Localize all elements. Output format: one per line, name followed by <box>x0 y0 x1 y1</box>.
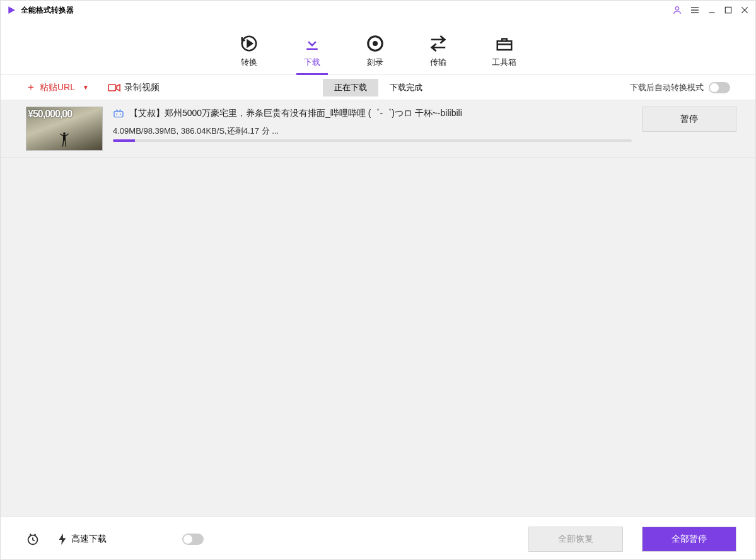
tab-downloading[interactable]: 正在下载 <box>323 79 378 96</box>
app-logo-icon <box>7 6 16 15</box>
svg-marker-29 <box>59 534 66 545</box>
video-title: 【艾叔】郑州5000万豪宅里，养条巨贵有没有排面_哔哩哔哩 (゜-゜)つロ 干杯… <box>129 108 462 119</box>
video-thumbnail[interactable]: ¥50,000,00 <box>26 107 103 151</box>
tab-completed[interactable]: 下载完成 <box>378 79 434 96</box>
nav-label: 刻录 <box>367 57 383 68</box>
svg-rect-14 <box>497 41 511 50</box>
pause-all-button[interactable]: 全部暂停 <box>642 527 736 552</box>
bilibili-icon <box>113 109 124 118</box>
close-icon[interactable] <box>740 6 749 15</box>
download-row: ¥50,000,00 【艾叔】郑州5000万豪宅里，养条巨贵有没有排面_哔哩哔哩… <box>1 100 755 158</box>
nav-label: 传输 <box>430 57 446 68</box>
download-icon <box>303 34 322 53</box>
person-silhouette-icon <box>60 131 69 148</box>
resume-all-button[interactable]: 全部恢复 <box>528 527 623 552</box>
svg-point-17 <box>63 132 66 135</box>
svg-point-13 <box>374 42 377 45</box>
burn-icon <box>366 34 385 53</box>
svg-line-21 <box>62 141 63 147</box>
highspeed-toggle[interactable] <box>182 534 204 545</box>
convert-icon <box>240 34 259 53</box>
toolbox-icon <box>495 34 514 53</box>
titlebar: 全能格式转换器 <box>1 1 755 20</box>
svg-line-20 <box>66 134 69 136</box>
main-nav: 转换 下载 刻录 传输 工具箱 <box>1 20 755 75</box>
plus-icon: ＋ <box>26 81 36 94</box>
svg-rect-23 <box>114 112 123 117</box>
download-stats: 4.09MB/98.39MB, 386.04KB/S,还剩4.17 分 ... <box>113 125 632 137</box>
svg-point-1 <box>675 7 678 10</box>
bolt-icon <box>59 534 66 545</box>
auto-convert-label: 下载后自动转换模式 <box>630 82 704 93</box>
svg-marker-16 <box>117 85 120 91</box>
record-video-button[interactable]: 录制视频 <box>108 82 160 93</box>
pause-button[interactable]: 暂停 <box>642 107 736 132</box>
highspeed-section: 高速下载 <box>59 534 107 545</box>
maximize-icon[interactable] <box>724 6 733 15</box>
svg-line-19 <box>61 134 64 136</box>
nav-convert[interactable]: 转换 <box>240 34 259 74</box>
svg-rect-15 <box>108 85 116 91</box>
download-tabs: 正在下载 下载完成 <box>323 79 434 96</box>
footer-bar: 高速下载 全部恢复 全部暂停 <box>1 516 755 560</box>
minimize-icon[interactable] <box>707 6 716 15</box>
app-title: 全能格式转换器 <box>21 5 672 16</box>
nav-download[interactable]: 下载 <box>303 34 322 74</box>
svg-marker-10 <box>248 40 253 47</box>
svg-line-22 <box>65 141 66 147</box>
window-controls <box>672 5 749 15</box>
chevron-down-icon: ▼ <box>83 84 89 91</box>
nav-label: 工具箱 <box>492 57 516 68</box>
nav-label: 下载 <box>304 57 320 68</box>
highspeed-label: 高速下载 <box>71 534 107 545</box>
user-icon[interactable] <box>672 5 682 15</box>
download-list: ¥50,000,00 【艾叔】郑州5000万豪宅里，养条巨贵有没有排面_哔哩哔哩… <box>1 100 755 516</box>
transfer-icon <box>429 34 448 53</box>
sub-toolbar: ＋ 粘贴URL ▼ 录制视频 正在下载 下载完成 下载后自动转换模式 <box>1 75 755 100</box>
hamburger-menu-icon[interactable] <box>690 5 700 15</box>
camera-icon <box>108 83 120 92</box>
paste-url-button[interactable]: ＋ 粘贴URL ▼ <box>26 81 89 94</box>
nav-label: 转换 <box>241 57 257 68</box>
auto-convert-toggle[interactable] <box>709 82 730 93</box>
paste-url-label: 粘贴URL <box>40 82 75 93</box>
record-label: 录制视频 <box>124 82 160 93</box>
download-row-main: 【艾叔】郑州5000万豪宅里，养条巨贵有没有排面_哔哩哔哩 (゜-゜)つロ 干杯… <box>113 107 632 142</box>
progress-bar <box>113 139 632 142</box>
svg-rect-6 <box>725 7 731 13</box>
svg-rect-18 <box>63 135 66 141</box>
nav-burn[interactable]: 刻录 <box>366 34 385 74</box>
nav-toolbox[interactable]: 工具箱 <box>492 34 516 74</box>
svg-marker-0 <box>8 6 15 14</box>
thumb-overlay-text: ¥50,000,00 <box>28 108 101 120</box>
svg-rect-11 <box>306 49 318 50</box>
schedule-icon[interactable] <box>26 532 40 546</box>
nav-transfer[interactable]: 传输 <box>429 34 448 74</box>
